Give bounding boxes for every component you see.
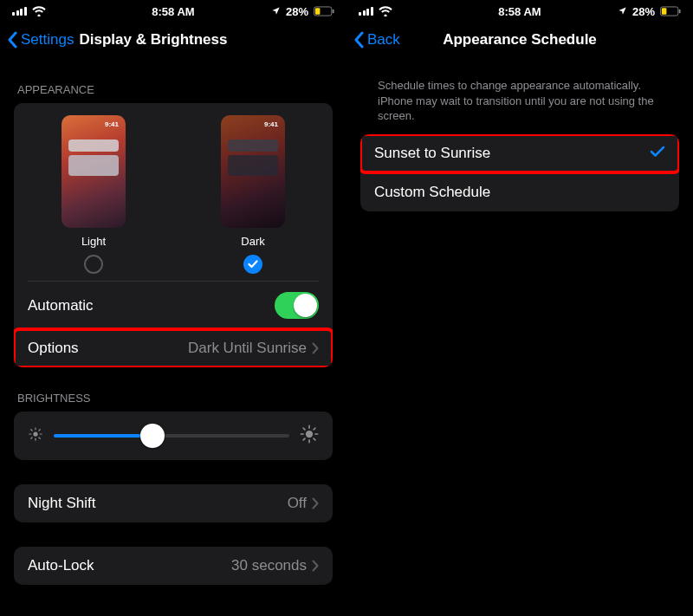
options-label: Options xyxy=(28,340,79,357)
opt2-label: Custom Schedule xyxy=(374,184,490,201)
brightness-header: BRIGHTNESS xyxy=(17,392,329,405)
svg-line-9 xyxy=(39,438,40,438)
brightness-group xyxy=(14,412,333,460)
svg-line-8 xyxy=(31,430,32,431)
options-value: Dark Until Sunrise xyxy=(188,340,307,357)
status-time: 8:58 AM xyxy=(0,5,346,18)
light-label: Light xyxy=(81,235,106,248)
schedule-sunset-sunrise[interactable]: Sunset to Sunrise xyxy=(360,134,679,172)
automatic-row: Automatic xyxy=(14,282,333,329)
night-shift-label: Night Shift xyxy=(28,495,95,512)
appearance-header: APPEARANCE xyxy=(17,83,329,96)
back-label: Settings xyxy=(21,31,74,49)
back-button[interactable]: Settings xyxy=(7,31,74,49)
appearance-group: 9:41 Light 9:41 Dark xyxy=(14,103,333,367)
nav-bar: Settings Display & Brightness xyxy=(0,21,346,59)
sun-large-icon xyxy=(300,425,319,447)
night-shift-group: Night Shift Off xyxy=(14,484,333,522)
back-button[interactable]: Back xyxy=(353,31,400,49)
svg-line-19 xyxy=(303,438,305,440)
auto-lock-row[interactable]: Auto-Lock 30 seconds xyxy=(14,547,333,585)
schedule-custom[interactable]: Custom Schedule xyxy=(360,173,679,211)
opt1-label: Sunset to Sunrise xyxy=(374,145,490,162)
svg-point-12 xyxy=(306,431,313,438)
svg-line-17 xyxy=(303,428,305,430)
svg-line-10 xyxy=(31,438,32,438)
preview-light: 9:41 xyxy=(62,115,126,228)
svg-point-3 xyxy=(33,431,37,436)
sun-small-icon xyxy=(28,426,43,445)
night-shift-row[interactable]: Night Shift Off xyxy=(14,484,333,522)
auto-lock-label: Auto-Lock xyxy=(28,557,94,574)
appearance-dark[interactable]: 9:41 Dark xyxy=(173,115,333,274)
chevron-right-icon xyxy=(312,497,319,509)
nav-bar: Back Appearance Schedule xyxy=(346,21,693,59)
chevron-left-icon xyxy=(7,31,17,49)
schedule-hint: Schedule times to change appearance auto… xyxy=(378,78,662,124)
chevron-left-icon xyxy=(353,31,364,49)
automatic-label: Automatic xyxy=(28,297,94,314)
svg-line-18 xyxy=(314,438,315,440)
radio-dark[interactable] xyxy=(243,255,262,274)
chevron-right-icon xyxy=(312,560,319,572)
preview-dark: 9:41 xyxy=(221,115,285,228)
brightness-slider[interactable] xyxy=(54,424,289,448)
radio-light[interactable] xyxy=(84,255,103,274)
chevron-right-icon xyxy=(312,342,319,354)
automatic-toggle[interactable] xyxy=(275,292,319,319)
svg-line-20 xyxy=(314,428,315,430)
dark-label: Dark xyxy=(241,235,264,248)
schedule-group: Sunset to Sunrise Custom Schedule xyxy=(360,134,679,211)
svg-line-11 xyxy=(39,430,40,431)
back-label: Back xyxy=(367,31,400,49)
status-time: 8:58 AM xyxy=(346,5,693,18)
check-icon xyxy=(650,145,665,162)
options-row[interactable]: Options Dark Until Sunrise xyxy=(14,329,333,367)
status-bar: 8:58 AM 28% xyxy=(0,0,346,21)
night-shift-value: Off xyxy=(288,495,307,512)
phone-right: 8:58 AM 28% Back Appearance Schedule Sch… xyxy=(346,0,693,616)
status-bar: 8:58 AM 28% xyxy=(346,0,693,21)
auto-lock-value: 30 seconds xyxy=(231,557,307,574)
auto-lock-group: Auto-Lock 30 seconds xyxy=(14,547,333,585)
phone-left: 8:58 AM 28% Settings Display & Brightnes… xyxy=(0,0,346,616)
page-title: Display & Brightness xyxy=(79,31,227,49)
appearance-light[interactable]: 9:41 Light xyxy=(14,115,173,274)
